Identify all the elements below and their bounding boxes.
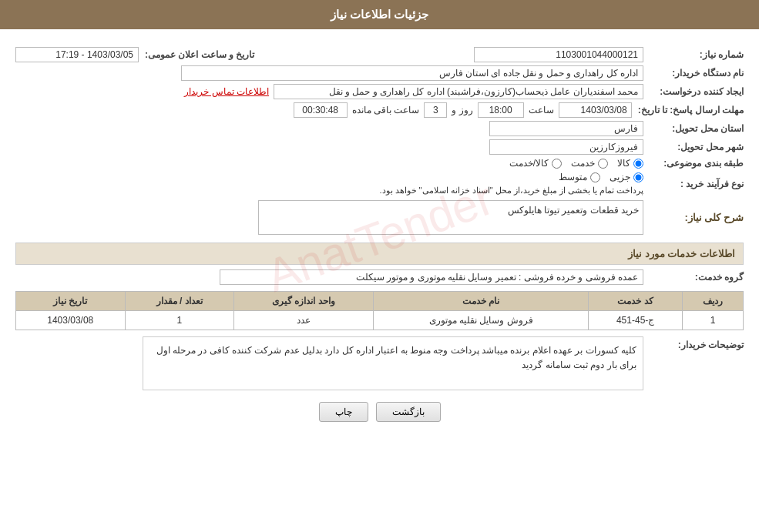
col-header-quantity: تعداد / مقدار (125, 292, 233, 311)
announcement-label: تاریخ و ساعت اعلان عمومی: (139, 49, 254, 60)
creator-contact-link[interactable]: اطلاعات تماس خریدار (184, 86, 269, 97)
purchase-jozi-text: جزیی (610, 172, 630, 182)
purchase-note: پرداخت تمام یا بخشی از مبلغ خرید،از محل … (379, 186, 643, 196)
col-header-date: تاریخ نیاز (16, 292, 126, 311)
col-header-unit: واحد اندازه گیری (233, 292, 373, 311)
purchase-type-radio-group: جزیی متوسط (559, 172, 643, 182)
category-kala-khedmat-text: کالا/خدمت (509, 158, 549, 169)
col-header-code: کد خدمت (589, 292, 683, 311)
creator-label: ایجاد کننده درخواست: (643, 86, 744, 97)
category-label: طبقه بندی موضوعی: (643, 158, 744, 169)
page-header: جزئیات اطلاعات نیاز (0, 0, 759, 29)
cell-code-0: ج-45-451 (589, 311, 683, 330)
purchase-jozi-radio[interactable] (633, 172, 643, 182)
buyer-desc-value: کلیه کسورات بر عهده اعلام برنده میباشد پ… (143, 336, 643, 390)
deadline-label: مهلت ارسال پاسخ: تا تاریخ: (632, 105, 744, 115)
category-kala-radio[interactable] (633, 159, 643, 169)
category-kala-khedmat-label[interactable]: کالا/خدمت (509, 158, 562, 169)
need-description-value: خرید قطعات وتعمیر تیوتا هایلوکس (258, 200, 643, 235)
city-value: فیروزکارزین (489, 139, 643, 155)
buyer-value: اداره کل راهداری و حمل و نقل جاده ای است… (181, 65, 643, 81)
services-section-header: اطلاعات خدمات مورد نیاز (15, 243, 744, 265)
print-button[interactable]: چاپ (319, 402, 368, 422)
deadline-remaining: 00:30:48 (294, 102, 348, 118)
category-khedmat-text: خدمت (571, 158, 595, 169)
deadline-day-label: روز و (452, 105, 472, 115)
page-title: جزئیات اطلاعات نیاز (331, 8, 428, 21)
province-label: استان محل تحویل: (643, 123, 744, 134)
creator-value: محمد اسفندیاران عامل ذیحساب(کارزون،فراشب… (274, 84, 643, 99)
cell-quantity-0: 1 (125, 311, 233, 330)
services-table: ردیف کد خدمت نام خدمت واحد اندازه گیری ت… (15, 291, 744, 330)
service-group-label: گروه خدمت: (643, 272, 744, 283)
category-khedmat-label[interactable]: خدمت (571, 158, 608, 169)
deadline-date: 1403/03/08 (559, 102, 632, 118)
col-header-row: ردیف (683, 292, 744, 311)
cell-row-0: 1 (683, 311, 744, 330)
need-number-label: شماره نیاز: (643, 49, 744, 60)
buyer-label: نام دستگاه خریدار: (643, 68, 744, 79)
announcement-value: 1403/03/05 - 17:19 (15, 47, 139, 62)
buyer-desc-label: توضیحات خریدار: (643, 336, 744, 350)
category-kala-khedmat-radio[interactable] (552, 159, 562, 169)
purchase-jozi-label[interactable]: جزیی (610, 172, 643, 182)
category-kala-text: کالا (617, 158, 630, 169)
purchase-motavaset-text: متوسط (559, 172, 587, 182)
deadline-time-label: ساعت (529, 105, 554, 115)
back-button[interactable]: بازگشت (376, 402, 441, 422)
purchase-motavaset-radio[interactable] (590, 172, 600, 182)
deadline-time: 18:00 (478, 102, 524, 118)
cell-unit-0: عدد (233, 311, 373, 330)
category-khedmat-radio[interactable] (598, 159, 608, 169)
category-kala-label[interactable]: کالا (617, 158, 643, 169)
deadline-days: 3 (424, 102, 447, 118)
category-radio-group: کالا خدمت کالا/خدمت (15, 158, 643, 169)
province-value: فارس (489, 121, 643, 136)
need-number-value: 1103001044000121 (474, 47, 643, 62)
service-group-value: عمده فروشی و خرده فروشی : تعمیر وسایل نق… (220, 269, 643, 285)
table-row: 1 ج-45-451 فروش وسایل نقلیه موتوری عدد 1… (16, 311, 744, 330)
col-header-name: نام خدمت (374, 292, 589, 311)
cell-date-0: 1403/03/08 (16, 311, 126, 330)
action-buttons: بازگشت چاپ (15, 402, 744, 422)
purchase-type-label: نوع فرآیند خرید : (643, 179, 744, 189)
city-label: شهر محل تحویل: (643, 142, 744, 152)
purchase-motavaset-label[interactable]: متوسط (559, 172, 600, 182)
cell-name-0: فروش وسایل نقلیه موتوری (374, 311, 589, 330)
deadline-remaining-label: ساعت باقی مانده (352, 105, 420, 115)
need-desc-label: شرح کلی نیاز: (643, 212, 744, 223)
